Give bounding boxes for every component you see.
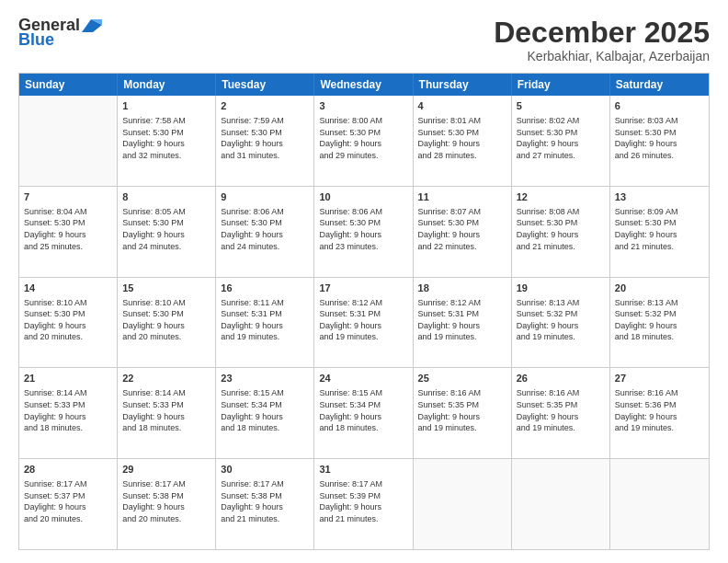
day-number: 27 (615, 372, 704, 385)
day-number: 24 (319, 372, 407, 385)
day-header-thursday: Thursday (414, 74, 512, 96)
day-info: Sunrise: 8:16 AM Sunset: 5:35 PM Dayligh… (418, 387, 506, 433)
day-info: Sunrise: 8:14 AM Sunset: 5:33 PM Dayligh… (24, 387, 112, 433)
day-number: 12 (517, 190, 605, 204)
day-number: 4 (418, 99, 506, 113)
week-row-4: 21Sunrise: 8:14 AM Sunset: 5:33 PM Dayli… (19, 368, 709, 459)
day-header-sunday: Sunday (19, 74, 118, 96)
day-number: 13 (615, 190, 704, 204)
day-info: Sunrise: 8:01 AM Sunset: 5:30 PM Dayligh… (418, 115, 506, 161)
day-number: 5 (517, 99, 605, 113)
calendar: SundayMondayTuesdayWednesdayThursdayFrid… (18, 73, 710, 550)
page-subtitle: Kerbakhiar, Kalbajar, Azerbaijan (494, 49, 710, 63)
day-header-saturday: Saturday (610, 74, 709, 96)
day-number: 19 (517, 282, 605, 295)
day-info: Sunrise: 8:15 AM Sunset: 5:34 PM Dayligh… (319, 387, 407, 433)
day-cell-8: 8Sunrise: 8:05 AM Sunset: 5:30 PM Daylig… (118, 187, 216, 277)
day-cell-14: 14Sunrise: 8:10 AM Sunset: 5:30 PM Dayli… (19, 278, 118, 368)
day-number: 18 (418, 282, 506, 295)
day-cell-10: 10Sunrise: 8:06 AM Sunset: 5:30 PM Dayli… (314, 187, 413, 277)
day-info: Sunrise: 7:58 AM Sunset: 5:30 PM Dayligh… (122, 115, 210, 161)
day-cell-30: 30Sunrise: 8:17 AM Sunset: 5:38 PM Dayli… (216, 459, 314, 549)
day-cell-4: 4Sunrise: 8:01 AM Sunset: 5:30 PM Daylig… (414, 96, 512, 186)
day-cell-28: 28Sunrise: 8:17 AM Sunset: 5:37 PM Dayli… (19, 459, 118, 549)
day-number: 1 (122, 99, 210, 113)
day-number: 8 (122, 190, 210, 204)
day-info: Sunrise: 8:16 AM Sunset: 5:36 PM Dayligh… (615, 387, 704, 433)
day-info: Sunrise: 8:13 AM Sunset: 5:32 PM Dayligh… (615, 297, 704, 343)
day-cell-9: 9Sunrise: 8:06 AM Sunset: 5:30 PM Daylig… (216, 187, 314, 277)
page: General Blue December 2025 Kerbakhiar, K… (0, 0, 728, 563)
day-info: Sunrise: 8:07 AM Sunset: 5:30 PM Dayligh… (418, 206, 506, 252)
day-cell-20: 20Sunrise: 8:13 AM Sunset: 5:32 PM Dayli… (610, 278, 709, 368)
title-block: December 2025 Kerbakhiar, Kalbajar, Azer… (494, 17, 710, 63)
day-info: Sunrise: 8:10 AM Sunset: 5:30 PM Dayligh… (24, 297, 112, 343)
day-header-monday: Monday (118, 74, 216, 96)
day-number: 9 (221, 190, 309, 204)
day-number: 15 (122, 282, 210, 295)
day-info: Sunrise: 8:15 AM Sunset: 5:34 PM Dayligh… (221, 387, 309, 433)
day-cell-13: 13Sunrise: 8:09 AM Sunset: 5:30 PM Dayli… (610, 187, 709, 277)
day-info: Sunrise: 8:10 AM Sunset: 5:30 PM Dayligh… (122, 297, 210, 343)
day-cell-2: 2Sunrise: 7:59 AM Sunset: 5:30 PM Daylig… (216, 96, 314, 186)
day-cell-31: 31Sunrise: 8:17 AM Sunset: 5:39 PM Dayli… (314, 459, 413, 549)
day-cell-16: 16Sunrise: 8:11 AM Sunset: 5:31 PM Dayli… (216, 278, 314, 368)
day-cell-25: 25Sunrise: 8:16 AM Sunset: 5:35 PM Dayli… (414, 368, 512, 458)
day-number: 10 (319, 190, 407, 204)
day-number: 29 (122, 463, 210, 477)
day-cell-17: 17Sunrise: 8:12 AM Sunset: 5:31 PM Dayli… (314, 278, 413, 368)
day-cell-11: 11Sunrise: 8:07 AM Sunset: 5:30 PM Dayli… (414, 187, 512, 277)
day-cell-3: 3Sunrise: 8:00 AM Sunset: 5:30 PM Daylig… (314, 96, 413, 186)
day-number: 28 (24, 463, 112, 477)
day-number: 26 (517, 372, 605, 385)
day-number: 7 (24, 190, 112, 204)
day-number: 22 (122, 372, 210, 385)
week-row-3: 14Sunrise: 8:10 AM Sunset: 5:30 PM Dayli… (19, 278, 709, 369)
day-cell-22: 22Sunrise: 8:14 AM Sunset: 5:33 PM Dayli… (118, 368, 216, 458)
day-number: 20 (615, 282, 704, 295)
day-number: 11 (418, 190, 506, 204)
day-header-wednesday: Wednesday (314, 74, 413, 96)
day-cell-empty (414, 459, 512, 549)
day-number: 25 (418, 372, 506, 385)
week-row-1: 1Sunrise: 7:58 AM Sunset: 5:30 PM Daylig… (19, 96, 709, 187)
day-info: Sunrise: 8:06 AM Sunset: 5:30 PM Dayligh… (221, 206, 309, 252)
logo-blue: Blue (18, 31, 54, 48)
day-info: Sunrise: 8:12 AM Sunset: 5:31 PM Dayligh… (418, 297, 506, 343)
day-info: Sunrise: 8:12 AM Sunset: 5:31 PM Dayligh… (319, 297, 407, 343)
day-info: Sunrise: 8:17 AM Sunset: 5:37 PM Dayligh… (24, 478, 112, 524)
day-cell-19: 19Sunrise: 8:13 AM Sunset: 5:32 PM Dayli… (512, 278, 610, 368)
day-info: Sunrise: 8:00 AM Sunset: 5:30 PM Dayligh… (319, 115, 407, 161)
calendar-body: 1Sunrise: 7:58 AM Sunset: 5:30 PM Daylig… (19, 96, 709, 549)
day-number: 3 (319, 99, 407, 113)
day-number: 2 (221, 99, 309, 113)
day-number: 30 (221, 463, 309, 477)
day-info: Sunrise: 8:06 AM Sunset: 5:30 PM Dayligh… (319, 206, 407, 252)
day-info: Sunrise: 8:04 AM Sunset: 5:30 PM Dayligh… (24, 206, 112, 252)
day-header-tuesday: Tuesday (216, 74, 314, 96)
day-cell-empty (19, 96, 118, 186)
day-cell-empty (512, 459, 610, 549)
day-header-friday: Friday (512, 74, 610, 96)
day-info: Sunrise: 8:14 AM Sunset: 5:33 PM Dayligh… (122, 387, 210, 433)
day-cell-23: 23Sunrise: 8:15 AM Sunset: 5:34 PM Dayli… (216, 368, 314, 458)
day-number: 14 (24, 282, 112, 295)
day-cell-18: 18Sunrise: 8:12 AM Sunset: 5:31 PM Dayli… (414, 278, 512, 368)
day-cell-21: 21Sunrise: 8:14 AM Sunset: 5:33 PM Dayli… (19, 368, 118, 458)
day-info: Sunrise: 8:13 AM Sunset: 5:32 PM Dayligh… (517, 297, 605, 343)
day-cell-6: 6Sunrise: 8:03 AM Sunset: 5:30 PM Daylig… (610, 96, 709, 186)
day-number: 31 (319, 463, 407, 477)
day-number: 23 (221, 372, 309, 385)
header: General Blue December 2025 Kerbakhiar, K… (18, 17, 710, 63)
page-title: December 2025 (494, 17, 710, 49)
day-cell-1: 1Sunrise: 7:58 AM Sunset: 5:30 PM Daylig… (118, 96, 216, 186)
day-cell-26: 26Sunrise: 8:16 AM Sunset: 5:35 PM Dayli… (512, 368, 610, 458)
day-info: Sunrise: 8:08 AM Sunset: 5:30 PM Dayligh… (517, 206, 605, 252)
day-info: Sunrise: 8:03 AM Sunset: 5:30 PM Dayligh… (615, 115, 704, 161)
day-info: Sunrise: 8:17 AM Sunset: 5:39 PM Dayligh… (319, 478, 407, 524)
day-info: Sunrise: 8:05 AM Sunset: 5:30 PM Dayligh… (122, 206, 210, 252)
day-info: Sunrise: 8:09 AM Sunset: 5:30 PM Dayligh… (615, 206, 704, 252)
day-info: Sunrise: 8:02 AM Sunset: 5:30 PM Dayligh… (517, 115, 605, 161)
day-cell-27: 27Sunrise: 8:16 AM Sunset: 5:36 PM Dayli… (610, 368, 709, 458)
day-info: Sunrise: 8:17 AM Sunset: 5:38 PM Dayligh… (122, 478, 210, 524)
